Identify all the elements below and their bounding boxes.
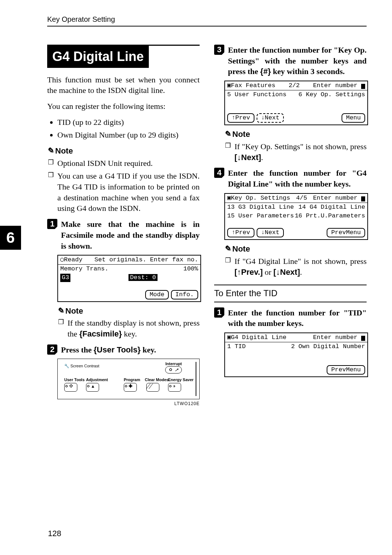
step-number-2: 2 [47,344,57,355]
panel-energy-saver-button[interactable]: ⭘◑ [168,383,181,392]
prev-key: [↑Prev.] [234,268,263,277]
panel-adjustment-button[interactable]: ⭘▲ [86,383,99,392]
step-4: 4 Enter the function number for "G4 Digi… [214,168,367,189]
cursor-icon [361,84,365,89]
next-key: [↓Next] [234,153,261,162]
lcd-display-3: ▣Key Op. Settings 4/5 Enter number 13 G3… [224,193,368,240]
page-number: 128 [48,528,61,539]
panel-code: LTWO120E [47,401,200,407]
panel-clear-modes-button[interactable]: ╱╱ [146,383,159,392]
subhead-rule-bottom [214,302,367,302]
lcd4-prevmenu-button[interactable]: PrevMenu [327,365,365,375]
lcd-display-1: ◯Ready Set originals. Enter fax no. Memo… [57,255,201,302]
note-label: Note [232,130,250,139]
step-number-1: 1 [47,219,57,229]
panel-user-tools: User Tools [64,377,85,383]
lcd3-title-right: Enter number [313,195,357,201]
step-5: 1 Enter the function number for "TID" wi… [214,307,367,329]
lcd1-mode-button[interactable]: Mode [145,290,169,299]
lcd1-line2-left: Memory Trans. [60,265,109,273]
panel-energy-saver: Energy Saver [168,377,193,383]
bullet-item: TID (up to 22 digits) [57,117,200,128]
lcd1-line2-right: 100% [183,265,198,273]
step-2: 2 Press the {User Tools} key. [47,344,200,355]
pencil-icon: ✎ [46,145,55,157]
note-heading: ✎Note [224,129,367,140]
panel-program-button[interactable]: ⭘✦ [124,383,137,392]
lcd2-title-right: Enter number [313,82,357,89]
head-rule [47,26,367,26]
pencil-icon: ✎ [224,243,232,255]
lcd3-next-button[interactable]: ↓Next [257,228,284,237]
step-4-text: Enter the function number for "G4 Digita… [228,168,367,189]
lcd3-title-mid: 4/5 [296,194,307,202]
lcd4-title-right: Enter number [313,334,357,341]
lcd4-row2-left: 1 TID [227,343,246,351]
panel-interrupt: Interrupt [166,361,182,367]
pencil-icon: ✎ [57,305,65,317]
note-label: Note [55,146,73,155]
user-tools-key: {User Tools} [94,345,140,354]
panel-adjustment: Adjustment [86,377,108,383]
panel-interrupt-button[interactable]: ⭘ ➚ [165,366,182,374]
lcd3-title-left: Key Op. Settings [231,195,290,201]
lcd2-menu-button[interactable]: Menu [342,113,365,123]
columns: G4 Digital Line This function must be se… [47,45,367,411]
step-2-text: Press the {User Tools} key. [61,344,200,355]
facsimile-key: {Facsimile} [79,329,122,338]
bullet-list: TID (up to 22 digits) Own Digital Number… [57,117,200,140]
intro-1: This function must be set when you conne… [47,74,200,96]
step-number-3: 3 [214,45,224,55]
lcd2-next-button[interactable]: ↓Next [257,113,284,123]
lcd3-prev-button[interactable]: ↑Prev [227,228,254,237]
lcd1-line3-right: Dest: 0 [128,274,157,281]
section-title-wrap: G4 Digital Line [47,45,200,68]
lcd2-row2-left: 5 User Functions [227,91,286,99]
lcd2-title-mid: 2/2 [289,82,300,90]
note-heading: ✎Note [47,146,200,156]
panel-user-tools-button[interactable]: ⭘❖ [64,383,77,392]
lcd4-title-left: G4 Digital Line [231,334,286,341]
step-1: 1 Make sure that the machine is in Facsi… [47,219,200,251]
page: Key Operator Setting 6 G4 Digital Line T… [0,0,392,555]
panel-screen-contrast: 🔧 Screen Contrast [64,363,99,369]
note-label: Note [65,306,83,315]
note-heading: ✎Note [57,306,200,317]
step-3: 3 Enter the function number for "Key Op.… [214,45,367,77]
lcd2-title-left: Fax Features [231,82,275,89]
intro-2: You can register the following items: [47,101,200,112]
cursor-icon [361,336,365,341]
lcd3-row3-right: 16 Prt.U.Parameters [295,212,365,220]
lcd2-prev-button[interactable]: ↑Prev [227,113,254,123]
step-5-text: Enter the function number for "TID" with… [228,307,367,329]
lcd3-row2-right: 14 G4 Digital Line [298,203,365,211]
cursor-icon [361,196,365,201]
lcd1-info-button[interactable]: Info. [171,290,198,299]
right-column: 3 Enter the function number for "Key Op.… [214,45,367,411]
note-list-1: Optional ISDN Unit required. You can use… [47,158,200,214]
running-head: Key Operator Setting [47,15,367,24]
panel-program: Program [124,377,140,383]
note-item: You can use a G4 TID if you use the ISDN… [47,171,200,214]
hash-key: {#} [260,67,271,76]
lcd1-status-left: ◯Ready [60,256,82,264]
lcd3-prevmenu-button[interactable]: PrevMenu [327,228,365,237]
side-tab: 6 [0,226,21,250]
lcd2-row2-right: 6 Key Op. Settings [298,91,365,99]
note-label: Note [232,244,250,253]
pencil-icon: ✎ [224,128,232,140]
subhead-rule-top [214,285,367,285]
note-item: If "G4 Digital Line" is not shown, press… [224,256,367,277]
step-number-1-sub: 1 [214,307,224,318]
next-key: [↓Next] [273,268,300,277]
panel-clear-modes: Clear Modes [145,377,168,383]
lcd3-row2-left: 13 G3 Digital Line [227,203,294,211]
lcd1-line3-left: G3 [60,274,70,282]
control-panel-figure: 🔧 Screen Contrast Interrupt ⭘ ➚ User Too… [57,359,200,399]
note-item: If "Key Op. Settings" is not shown, pres… [224,141,367,163]
note-item: Optional ISDN Unit required. [47,158,200,169]
section-title: G4 Digital Line [47,46,149,68]
note-item: If the standby display is not shown, pre… [57,318,200,339]
left-column: G4 Digital Line This function must be se… [47,45,200,411]
note-list-1b: If the standby display is not shown, pre… [57,318,200,339]
